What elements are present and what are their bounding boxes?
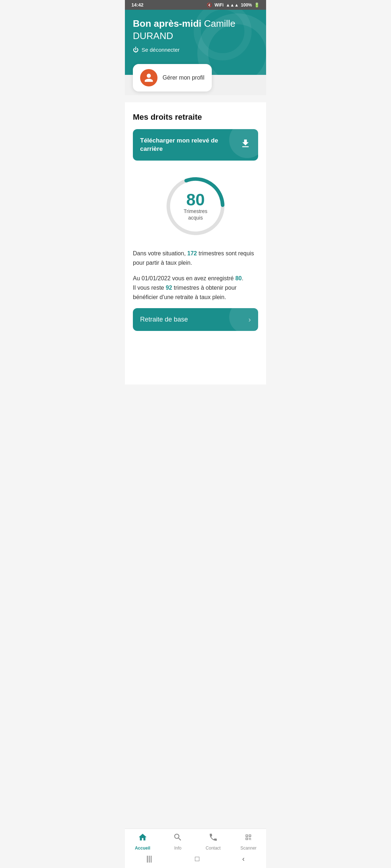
progress-container: 80 Trimestres acquis bbox=[133, 174, 258, 239]
progress-label: Trimestres acquis bbox=[184, 208, 207, 221]
progress-circle: 80 Trimestres acquis bbox=[163, 174, 228, 239]
contact-icon bbox=[209, 833, 218, 844]
download-button[interactable]: Télécharger mon relevé de carrière bbox=[133, 129, 258, 161]
mute-icon: 🔇 bbox=[207, 3, 212, 8]
signal-icon: ▲▲▲ bbox=[226, 3, 239, 8]
nav-label-scanner: Scanner bbox=[240, 846, 257, 851]
user-icon bbox=[144, 73, 154, 83]
home-button[interactable]: □ bbox=[195, 855, 199, 863]
scanner-icon bbox=[244, 833, 253, 844]
highlight-172: 172 bbox=[187, 250, 197, 256]
battery-icon: 🔋 bbox=[254, 3, 260, 8]
info-paragraph-1: Dans votre situation, 172 trimestres son… bbox=[133, 249, 258, 267]
battery-text: 100% bbox=[241, 3, 252, 8]
highlight-80: 80 bbox=[235, 275, 242, 281]
logout-label: Se déconnecter bbox=[142, 47, 180, 53]
system-nav: ||| □ ‹ bbox=[125, 851, 266, 868]
download-icon bbox=[240, 138, 251, 152]
progress-number: 80 bbox=[184, 191, 207, 208]
bottom-nav: Accueil Info Contact Scanner bbox=[125, 829, 266, 854]
status-icons: 🔇 WiFi ▲▲▲ 100% 🔋 bbox=[207, 3, 260, 8]
nav-label-accueil: Accueil bbox=[135, 846, 150, 851]
retraite-card-label: Retraite de base bbox=[140, 316, 188, 323]
chevron-right-icon: › bbox=[248, 315, 251, 324]
power-icon: ⏻ bbox=[133, 47, 139, 53]
nav-item-contact[interactable]: Contact bbox=[201, 833, 226, 851]
main-content: Mes droits retraite Télécharger mon rele… bbox=[125, 102, 266, 385]
logout-button[interactable]: ⏻ Se déconnecter bbox=[133, 47, 180, 53]
section-title: Mes droits retraite bbox=[133, 112, 258, 122]
greeting: Bon après-midi Camille DURAND bbox=[133, 18, 258, 42]
nav-label-contact: Contact bbox=[206, 846, 220, 851]
info-icon bbox=[173, 833, 182, 844]
profile-card[interactable]: Gérer mon profil bbox=[133, 64, 212, 92]
recents-button[interactable]: ‹ bbox=[242, 855, 245, 863]
download-button-text: Télécharger mon relevé de carrière bbox=[140, 136, 223, 154]
profile-label: Gérer mon profil bbox=[163, 75, 205, 81]
status-time: 14:42 bbox=[131, 2, 143, 8]
back-button[interactable]: ||| bbox=[146, 855, 152, 863]
nav-item-accueil[interactable]: Accueil bbox=[130, 833, 155, 851]
info-paragraph-2: Au 01/01/2022 vous en avez enregistré 80… bbox=[133, 274, 258, 302]
home-icon bbox=[138, 833, 147, 844]
greeting-bold: Bon après-midi bbox=[133, 18, 201, 29]
nav-item-scanner[interactable]: Scanner bbox=[236, 833, 261, 851]
highlight-92: 92 bbox=[166, 285, 172, 291]
nav-item-info[interactable]: Info bbox=[165, 833, 190, 851]
wifi-icon: WiFi bbox=[214, 3, 223, 8]
avatar bbox=[140, 69, 157, 86]
retraite-card[interactable]: Retraite de base › bbox=[133, 308, 258, 331]
status-bar: 14:42 🔇 WiFi ▲▲▲ 100% 🔋 bbox=[125, 0, 266, 10]
nav-label-info: Info bbox=[174, 846, 181, 851]
progress-text: 80 Trimestres acquis bbox=[184, 191, 207, 221]
